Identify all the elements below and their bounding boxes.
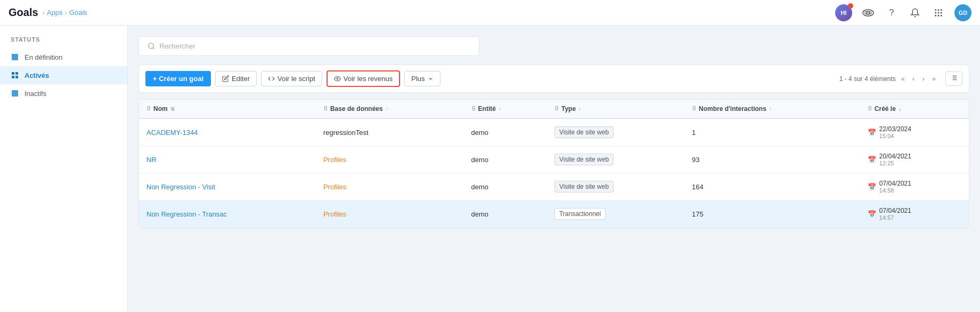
cell-type-2: Visite de site web: [547, 146, 684, 173]
cell-db-2: Profiles: [316, 146, 464, 173]
edit-label: Editer: [232, 75, 250, 83]
pagination-last[interactable]: »: [930, 74, 938, 84]
sidebar: STATUTS En définition Activés In: [0, 26, 128, 312]
sidebar-item-actives[interactable]: Activés: [0, 66, 127, 84]
create-goal-label: + Créer un goal: [153, 75, 203, 83]
cell-nom-1[interactable]: ACADEMY-1344: [139, 118, 316, 146]
search-icon: [148, 42, 155, 50]
cell-entite-2: demo: [464, 146, 547, 173]
svg-point-9: [941, 12, 942, 13]
nom-link-1[interactable]: ACADEMY-1344: [146, 129, 198, 137]
list-view-icon: [950, 74, 958, 82]
en-definition-icon: [11, 53, 19, 61]
avatar-hi[interactable]: HI: [835, 4, 852, 21]
cell-type-3: Visite de site web: [547, 173, 684, 201]
col-nb-interactions-label: Nombre d'interactions: [699, 105, 766, 113]
table-header-row: ⠿ Nom ⇅ ⠿ Base de données ↑: [139, 100, 969, 118]
svg-rect-18: [12, 90, 18, 97]
search-input[interactable]: [159, 42, 470, 50]
cell-db-1: regressionTest: [316, 118, 464, 146]
cell-nb-1: 1: [684, 118, 860, 146]
table-row: Non Regression - Visit Profiles demo Vis…: [139, 173, 969, 201]
cell-entite-4: demo: [464, 201, 547, 228]
cell-nom-4[interactable]: Non Regression - Transac: [139, 201, 316, 228]
page-title: Goals: [9, 6, 38, 19]
cell-cree-3: 📅 07/04/2021 14:58: [860, 173, 969, 201]
svg-point-7: [935, 12, 936, 13]
list-view-button[interactable]: [945, 71, 962, 86]
db-text-2[interactable]: Profiles: [323, 156, 346, 164]
svg-line-20: [153, 47, 154, 49]
sidebar-item-inactifs[interactable]: Inactifs: [0, 84, 127, 102]
date-4: 07/04/2021: [879, 207, 911, 214]
help-icon[interactable]: ?: [884, 5, 899, 20]
sidebar-label-actives: Activés: [24, 71, 49, 79]
cell-nom-2[interactable]: NR: [139, 146, 316, 173]
cell-nom-3[interactable]: Non Regression - Visit: [139, 173, 316, 201]
svg-point-19: [149, 43, 154, 49]
notification-badge: [848, 3, 853, 9]
breadcrumb-sep1: ›: [43, 9, 45, 17]
view-revenue-button[interactable]: Voir les revenus: [326, 70, 401, 87]
table-row: NR Profiles demo Visite de site web 93: [139, 146, 969, 173]
table-row: ACADEMY-1344 regressionTest demo Visite …: [139, 118, 969, 146]
create-goal-button[interactable]: + Créer un goal: [145, 71, 211, 86]
col-nb-interactions[interactable]: ⠿ Nombre d'interactions ↑: [684, 100, 860, 118]
col-nom-sort: ⇅: [170, 106, 175, 112]
eye-icon[interactable]: [861, 5, 876, 20]
col-entite-sort: ↑: [499, 106, 501, 112]
cell-type-4: Transactionnel: [547, 201, 684, 228]
search-bar-wrap: [138, 36, 479, 56]
col-entite[interactable]: ⠿ Entité ↑: [464, 100, 547, 118]
col-type-label: Type: [561, 105, 576, 113]
cell-entite-1: demo: [464, 118, 547, 146]
avatar-gd-label: GD: [959, 10, 968, 16]
col-type-sort: ↑: [578, 106, 581, 112]
time-2: 12:25: [879, 160, 911, 166]
pagination-first[interactable]: «: [899, 74, 907, 84]
avatar-gd[interactable]: GD: [954, 4, 971, 21]
sidebar-label-inactifs: Inactifs: [24, 90, 46, 98]
breadcrumb-apps[interactable]: Apps: [47, 9, 63, 17]
col-type[interactable]: ⠿ Type ↑: [547, 100, 684, 118]
nom-link-3[interactable]: Non Regression - Visit: [146, 183, 215, 191]
help-label: ?: [889, 8, 894, 18]
bell-icon[interactable]: [908, 5, 922, 20]
svg-point-5: [938, 9, 940, 11]
breadcrumb: › Apps › Goals: [43, 9, 87, 17]
view-script-button[interactable]: Voir le script: [261, 71, 322, 86]
pagination-next[interactable]: ›: [920, 74, 926, 84]
nom-link-4[interactable]: Non Regression - Transac: [146, 210, 227, 218]
sidebar-item-en-definition[interactable]: En définition: [0, 48, 127, 66]
svg-point-11: [938, 14, 940, 16]
type-badge-3: Visite de site web: [554, 181, 614, 193]
cell-entite-3: demo: [464, 173, 547, 201]
edit-button[interactable]: Editer: [215, 71, 257, 86]
date-2: 20/04/2021: [879, 153, 911, 160]
db-text-3[interactable]: Profiles: [323, 183, 346, 191]
cell-db-3: Profiles: [316, 173, 464, 201]
header-right: HI ?: [835, 4, 971, 21]
date-1: 22/03/2024: [879, 125, 911, 133]
col-nom[interactable]: ⠿ Nom ⇅: [139, 100, 316, 118]
more-button[interactable]: Plus: [404, 71, 440, 86]
db-text-4[interactable]: Profiles: [323, 210, 346, 218]
type-badge-1: Visite de site web: [554, 126, 614, 138]
nom-link-2[interactable]: NR: [146, 156, 157, 164]
svg-point-8: [938, 12, 940, 13]
data-table-wrap: ⠿ Nom ⇅ ⠿ Base de données ↑: [138, 99, 969, 228]
col-entite-label: Entité: [478, 105, 496, 113]
col-cree-le[interactable]: ⠿ Créé le ↓: [860, 100, 969, 118]
entite-text-1: demo: [471, 129, 489, 137]
revenue-eye-icon: [334, 75, 341, 82]
edit-icon: [222, 75, 229, 82]
apps-grid-icon[interactable]: [931, 5, 946, 20]
col-base-de-donnees[interactable]: ⠿ Base de données ↑: [316, 100, 464, 118]
date-3: 07/04/2021: [879, 180, 911, 187]
svg-point-12: [941, 14, 942, 16]
svg-point-21: [337, 78, 338, 79]
more-label: Plus: [411, 75, 424, 83]
nb-text-1: 1: [692, 129, 696, 137]
pagination-prev[interactable]: ‹: [910, 74, 917, 84]
pagination-text: 1 - 4 sur 4 éléments: [839, 75, 896, 83]
